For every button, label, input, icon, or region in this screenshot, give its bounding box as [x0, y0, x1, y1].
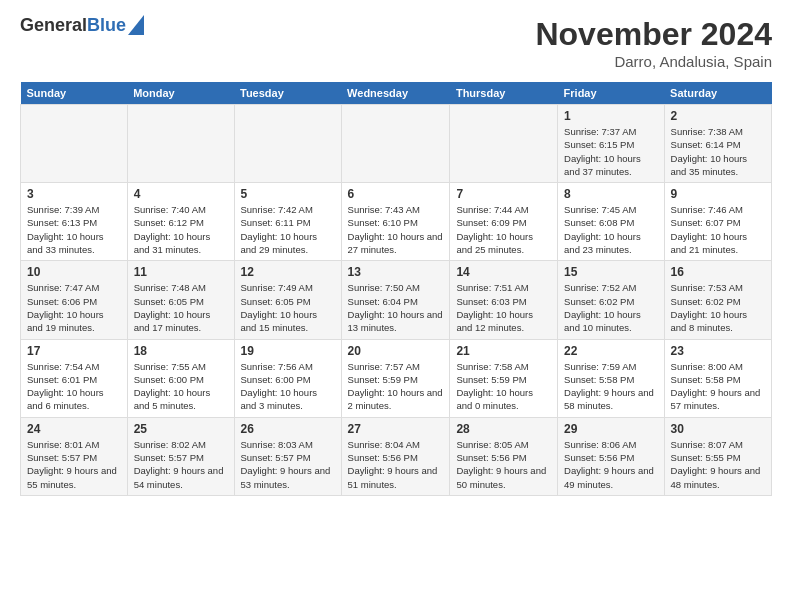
cell-week5-day1: 25Sunrise: 8:02 AM Sunset: 5:57 PM Dayli… — [127, 417, 234, 495]
calendar-table: Sunday Monday Tuesday Wednesday Thursday… — [20, 82, 772, 496]
header: GeneralBlue November 2024 Darro, Andalus… — [20, 16, 772, 70]
cell-week1-day5: 1Sunrise: 7:37 AM Sunset: 6:15 PM Daylig… — [558, 105, 664, 183]
day-number: 25 — [134, 422, 228, 436]
day-info: Sunrise: 8:04 AM Sunset: 5:56 PM Dayligh… — [348, 438, 444, 491]
week-row-3: 10Sunrise: 7:47 AM Sunset: 6:06 PM Dayli… — [21, 261, 772, 339]
day-number: 13 — [348, 265, 444, 279]
day-info: Sunrise: 7:55 AM Sunset: 6:00 PM Dayligh… — [134, 360, 228, 413]
day-info: Sunrise: 7:50 AM Sunset: 6:04 PM Dayligh… — [348, 281, 444, 334]
day-info: Sunrise: 7:45 AM Sunset: 6:08 PM Dayligh… — [564, 203, 657, 256]
svg-marker-0 — [128, 15, 144, 35]
cell-week3-day0: 10Sunrise: 7:47 AM Sunset: 6:06 PM Dayli… — [21, 261, 128, 339]
day-number: 20 — [348, 344, 444, 358]
day-number: 7 — [456, 187, 551, 201]
day-info: Sunrise: 7:57 AM Sunset: 5:59 PM Dayligh… — [348, 360, 444, 413]
header-friday: Friday — [558, 82, 664, 105]
day-info: Sunrise: 7:39 AM Sunset: 6:13 PM Dayligh… — [27, 203, 121, 256]
cell-week2-day0: 3Sunrise: 7:39 AM Sunset: 6:13 PM Daylig… — [21, 183, 128, 261]
day-number: 30 — [671, 422, 765, 436]
cell-week1-day2 — [234, 105, 341, 183]
logo-icon — [128, 15, 144, 35]
day-number: 26 — [241, 422, 335, 436]
day-number: 10 — [27, 265, 121, 279]
day-number: 6 — [348, 187, 444, 201]
day-number: 3 — [27, 187, 121, 201]
cell-week2-day2: 5Sunrise: 7:42 AM Sunset: 6:11 PM Daylig… — [234, 183, 341, 261]
main-container: GeneralBlue November 2024 Darro, Andalus… — [0, 0, 792, 506]
cell-week2-day5: 8Sunrise: 7:45 AM Sunset: 6:08 PM Daylig… — [558, 183, 664, 261]
cell-week3-day2: 12Sunrise: 7:49 AM Sunset: 6:05 PM Dayli… — [234, 261, 341, 339]
cell-week1-day4 — [450, 105, 558, 183]
cell-week1-day6: 2Sunrise: 7:38 AM Sunset: 6:14 PM Daylig… — [664, 105, 771, 183]
day-info: Sunrise: 8:05 AM Sunset: 5:56 PM Dayligh… — [456, 438, 551, 491]
logo-general-text: GeneralBlue — [20, 16, 126, 36]
day-number: 23 — [671, 344, 765, 358]
day-info: Sunrise: 7:59 AM Sunset: 5:58 PM Dayligh… — [564, 360, 657, 413]
cell-week4-day0: 17Sunrise: 7:54 AM Sunset: 6:01 PM Dayli… — [21, 339, 128, 417]
week-row-4: 17Sunrise: 7:54 AM Sunset: 6:01 PM Dayli… — [21, 339, 772, 417]
day-info: Sunrise: 7:54 AM Sunset: 6:01 PM Dayligh… — [27, 360, 121, 413]
week-row-2: 3Sunrise: 7:39 AM Sunset: 6:13 PM Daylig… — [21, 183, 772, 261]
day-number: 15 — [564, 265, 657, 279]
logo: GeneralBlue — [20, 16, 144, 36]
cell-week3-day1: 11Sunrise: 7:48 AM Sunset: 6:05 PM Dayli… — [127, 261, 234, 339]
cell-week1-day0 — [21, 105, 128, 183]
day-info: Sunrise: 7:58 AM Sunset: 5:59 PM Dayligh… — [456, 360, 551, 413]
header-wednesday: Wednesday — [341, 82, 450, 105]
day-info: Sunrise: 7:52 AM Sunset: 6:02 PM Dayligh… — [564, 281, 657, 334]
week-row-5: 24Sunrise: 8:01 AM Sunset: 5:57 PM Dayli… — [21, 417, 772, 495]
month-title: November 2024 — [535, 16, 772, 53]
day-number: 17 — [27, 344, 121, 358]
day-info: Sunrise: 7:56 AM Sunset: 6:00 PM Dayligh… — [241, 360, 335, 413]
cell-week3-day3: 13Sunrise: 7:50 AM Sunset: 6:04 PM Dayli… — [341, 261, 450, 339]
day-info: Sunrise: 8:06 AM Sunset: 5:56 PM Dayligh… — [564, 438, 657, 491]
cell-week4-day6: 23Sunrise: 8:00 AM Sunset: 5:58 PM Dayli… — [664, 339, 771, 417]
day-number: 9 — [671, 187, 765, 201]
day-info: Sunrise: 7:43 AM Sunset: 6:10 PM Dayligh… — [348, 203, 444, 256]
cell-week5-day2: 26Sunrise: 8:03 AM Sunset: 5:57 PM Dayli… — [234, 417, 341, 495]
header-tuesday: Tuesday — [234, 82, 341, 105]
day-number: 28 — [456, 422, 551, 436]
day-number: 4 — [134, 187, 228, 201]
day-number: 18 — [134, 344, 228, 358]
day-number: 24 — [27, 422, 121, 436]
day-info: Sunrise: 7:47 AM Sunset: 6:06 PM Dayligh… — [27, 281, 121, 334]
day-number: 22 — [564, 344, 657, 358]
cell-week2-day1: 4Sunrise: 7:40 AM Sunset: 6:12 PM Daylig… — [127, 183, 234, 261]
day-info: Sunrise: 8:03 AM Sunset: 5:57 PM Dayligh… — [241, 438, 335, 491]
cell-week3-day5: 15Sunrise: 7:52 AM Sunset: 6:02 PM Dayli… — [558, 261, 664, 339]
day-info: Sunrise: 7:37 AM Sunset: 6:15 PM Dayligh… — [564, 125, 657, 178]
cell-week5-day6: 30Sunrise: 8:07 AM Sunset: 5:55 PM Dayli… — [664, 417, 771, 495]
day-info: Sunrise: 7:48 AM Sunset: 6:05 PM Dayligh… — [134, 281, 228, 334]
day-number: 2 — [671, 109, 765, 123]
header-saturday: Saturday — [664, 82, 771, 105]
cell-week4-day1: 18Sunrise: 7:55 AM Sunset: 6:00 PM Dayli… — [127, 339, 234, 417]
day-info: Sunrise: 8:00 AM Sunset: 5:58 PM Dayligh… — [671, 360, 765, 413]
cell-week2-day3: 6Sunrise: 7:43 AM Sunset: 6:10 PM Daylig… — [341, 183, 450, 261]
cell-week3-day4: 14Sunrise: 7:51 AM Sunset: 6:03 PM Dayli… — [450, 261, 558, 339]
day-info: Sunrise: 7:46 AM Sunset: 6:07 PM Dayligh… — [671, 203, 765, 256]
day-number: 16 — [671, 265, 765, 279]
cell-week1-day3 — [341, 105, 450, 183]
day-info: Sunrise: 7:40 AM Sunset: 6:12 PM Dayligh… — [134, 203, 228, 256]
header-monday: Monday — [127, 82, 234, 105]
header-sunday: Sunday — [21, 82, 128, 105]
cell-week4-day3: 20Sunrise: 7:57 AM Sunset: 5:59 PM Dayli… — [341, 339, 450, 417]
header-thursday: Thursday — [450, 82, 558, 105]
day-info: Sunrise: 7:53 AM Sunset: 6:02 PM Dayligh… — [671, 281, 765, 334]
title-section: November 2024 Darro, Andalusia, Spain — [535, 16, 772, 70]
cell-week2-day4: 7Sunrise: 7:44 AM Sunset: 6:09 PM Daylig… — [450, 183, 558, 261]
cell-week4-day5: 22Sunrise: 7:59 AM Sunset: 5:58 PM Dayli… — [558, 339, 664, 417]
cell-week5-day3: 27Sunrise: 8:04 AM Sunset: 5:56 PM Dayli… — [341, 417, 450, 495]
cell-week5-day5: 29Sunrise: 8:06 AM Sunset: 5:56 PM Dayli… — [558, 417, 664, 495]
cell-week2-day6: 9Sunrise: 7:46 AM Sunset: 6:07 PM Daylig… — [664, 183, 771, 261]
day-info: Sunrise: 7:42 AM Sunset: 6:11 PM Dayligh… — [241, 203, 335, 256]
cell-week1-day1 — [127, 105, 234, 183]
cell-week3-day6: 16Sunrise: 7:53 AM Sunset: 6:02 PM Dayli… — [664, 261, 771, 339]
day-info: Sunrise: 7:51 AM Sunset: 6:03 PM Dayligh… — [456, 281, 551, 334]
day-number: 8 — [564, 187, 657, 201]
day-info: Sunrise: 8:02 AM Sunset: 5:57 PM Dayligh… — [134, 438, 228, 491]
day-number: 11 — [134, 265, 228, 279]
day-number: 5 — [241, 187, 335, 201]
day-number: 1 — [564, 109, 657, 123]
